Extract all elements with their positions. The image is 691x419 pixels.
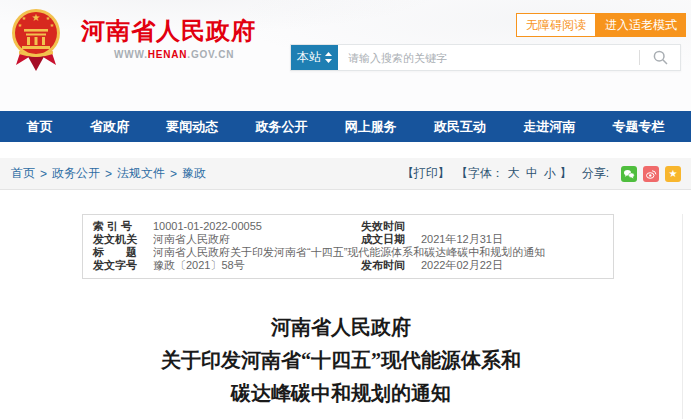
nav-item-specials[interactable]: 专题专栏 (612, 118, 664, 136)
share-label: 分享: (582, 165, 609, 182)
page-toolbar: 【打印】 【字体： 大 中 小 】 分享: ★ (402, 165, 681, 182)
meta-value: 河南省人民政府 (153, 233, 361, 246)
search-input[interactable] (338, 45, 639, 70)
wechat-share-button[interactable] (621, 166, 637, 182)
document-title: 河南省人民政府 关于印发河南省“十四五”现代能源体系和 碳达峰碳中和规划的通知 (0, 311, 682, 410)
main-nav: 首页 省政府 要闻动态 政务公开 网上服务 政民互动 走进河南 专题专栏 (0, 111, 691, 142)
svg-text:★: ★ (46, 15, 51, 21)
meta-value: 豫政〔2021〕58号 (153, 259, 361, 272)
nav-item-openinfo[interactable]: 政务公开 (255, 118, 307, 136)
site-url: WWW.HENAN.GOV.CN (114, 49, 234, 60)
svg-text:★: ★ (50, 22, 55, 28)
svg-text:★: ★ (22, 15, 27, 21)
print-button[interactable]: 【打印】 (402, 165, 450, 182)
weibo-icon (645, 168, 657, 180)
favorite-share-button[interactable]: ★ (665, 166, 681, 182)
elder-mode-button[interactable]: 进入适老模式 (596, 13, 686, 37)
meta-value: 10001-01-2022-00055 (153, 220, 361, 233)
font-size-suffix: 】 (560, 165, 572, 182)
document-content: 索 引 号 10001-01-2022-00055 失效时间 发文机关 河南省人… (0, 214, 683, 419)
nav-item-about[interactable]: 走进河南 (523, 118, 575, 136)
breadcrumb-lawdocs[interactable]: 法规文件 (117, 165, 165, 182)
meta-label: 标 题 (93, 246, 143, 259)
font-size-prefix: 【字体： (456, 165, 504, 182)
wechat-icon (623, 168, 635, 180)
meta-value: 2022年02月22日 (421, 259, 603, 272)
star-icon: ★ (669, 169, 678, 179)
document-title-line1: 河南省人民政府 (0, 311, 682, 344)
meta-value (421, 220, 603, 233)
breadcrumb-home[interactable]: 首页 (11, 165, 35, 182)
sort-arrows-icon (325, 52, 332, 63)
search-submit-button[interactable] (640, 45, 680, 70)
meta-label: 成文日期 (361, 233, 411, 246)
nav-item-home[interactable]: 首页 (27, 118, 53, 136)
document-title-line2: 关于印发河南省“十四五”现代能源体系和 (0, 344, 682, 377)
breadcrumb-separator: > (105, 167, 112, 181)
meta-label: 发文机关 (93, 233, 143, 246)
national-emblem-icon: ★ ★ ★ ★ ★ (11, 7, 61, 73)
accessibility-reading-button[interactable]: 无障碍阅读 (516, 13, 596, 37)
document-meta-table: 索 引 号 10001-01-2022-00055 失效时间 发文机关 河南省人… (82, 214, 614, 279)
svg-text:★: ★ (32, 12, 41, 23)
font-size-large-button[interactable]: 大 (508, 165, 520, 182)
breadcrumb-separator: > (170, 167, 177, 181)
site-header: ★ ★ ★ ★ ★ 河南省人民政府 WWW.HENAN.GOV.CN 无障碍阅读… (0, 0, 691, 111)
nav-item-services[interactable]: 网上服务 (345, 118, 397, 136)
meta-row-issuer: 发文机关 河南省人民政府 成文日期 2021年12月31日 (93, 233, 603, 246)
document-title-line3: 碳达峰碳中和规划的通知 (0, 377, 682, 410)
breadcrumb-separator: > (40, 167, 47, 181)
nav-item-interact[interactable]: 政民互动 (434, 118, 486, 136)
breadcrumb-bar: 首页 > 政务公开 > 法规文件 > 豫政 【打印】 【字体： 大 中 小 】 … (0, 158, 691, 190)
breadcrumb-current: 豫政 (182, 165, 206, 182)
meta-label: 发布时间 (361, 259, 411, 272)
site-logo-link[interactable]: ★ ★ ★ ★ ★ (11, 7, 61, 73)
nav-item-govt[interactable]: 省政府 (90, 118, 129, 136)
meta-label: 发文字号 (93, 259, 143, 272)
header-mode-buttons: 无障碍阅读 进入适老模式 (516, 13, 686, 37)
search-scope-dropdown[interactable]: 本站 (291, 45, 338, 70)
meta-value: 2021年12月31日 (421, 233, 603, 246)
meta-row-title: 标 题 河南省人民政府关于印发河南省“十四五”现代能源体系和碳达峰碳中和规划的通… (93, 246, 603, 259)
meta-value: 河南省人民政府关于印发河南省“十四五”现代能源体系和碳达峰碳中和规划的通知 (153, 246, 603, 259)
spacer (0, 142, 691, 158)
weibo-share-button[interactable] (643, 166, 659, 182)
site-title: 河南省人民政府 (81, 15, 256, 47)
search-icon (653, 50, 668, 65)
nav-item-news[interactable]: 要闻动态 (166, 118, 218, 136)
breadcrumb: 首页 > 政务公开 > 法规文件 > 豫政 (11, 165, 206, 182)
font-size-small-button[interactable]: 小 (544, 165, 556, 182)
svg-text:★: ★ (18, 22, 23, 28)
meta-label: 索 引 号 (93, 220, 143, 233)
breadcrumb-openinfo[interactable]: 政务公开 (52, 165, 100, 182)
font-size-medium-button[interactable]: 中 (526, 165, 538, 182)
meta-row-docnumber: 发文字号 豫政〔2021〕58号 发布时间 2022年02月22日 (93, 259, 603, 272)
meta-row-index: 索 引 号 10001-01-2022-00055 失效时间 (93, 220, 603, 233)
meta-label: 失效时间 (361, 220, 411, 233)
search-bar: 本站 (290, 44, 681, 71)
